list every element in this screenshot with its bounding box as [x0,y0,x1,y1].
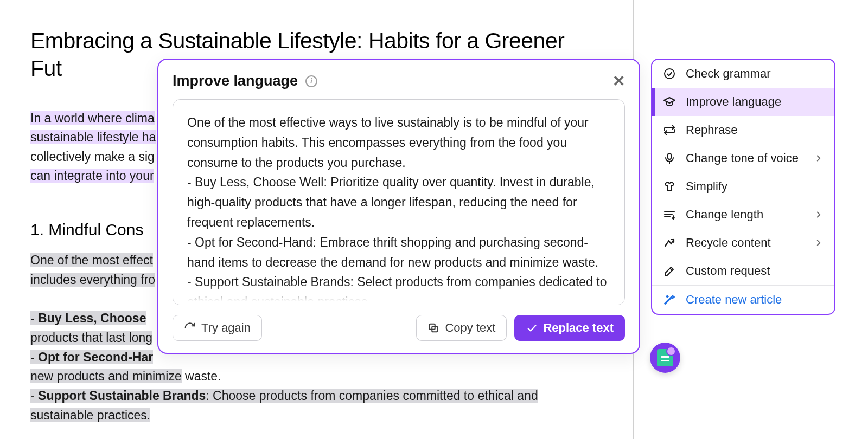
intro-line-2: sustainable lifestyle ha [30,130,156,144]
suggestion-text: One of the most effective ways to live s… [187,113,610,305]
intro-line-4: can integrate into your [30,169,154,183]
lines-icon [663,208,676,221]
graduation-cap-icon [663,95,676,108]
menu-label: Change tone of voice [686,151,799,165]
bullet-2-tail-b: waste. [182,369,221,383]
close-icon[interactable]: ✕ [612,74,625,89]
bullet-3-bold: Support Sustainable Brands [38,389,206,403]
replace-text-label: Replace text [543,321,614,335]
ai-suggestion-popup: Improve language i ✕ One of the most eff… [157,59,640,354]
svg-point-2 [665,69,674,79]
menu-label: Create new article [686,293,782,307]
check-icon [526,322,538,334]
pencil-icon [663,264,676,277]
repeat-icon [663,124,676,137]
menu-label: Improve language [686,95,781,109]
magic-wand-icon [663,293,676,306]
refresh-icon [184,322,196,334]
popup-footer: Try again Copy text Replace text [173,315,625,341]
menu-custom-request[interactable]: Custom request [652,257,834,285]
chevron-right-icon [814,210,824,220]
menu-rephrase[interactable]: Rephrase [652,116,834,144]
tshirt-icon [663,180,676,193]
menu-simplify[interactable]: Simplify [652,172,834,201]
ai-assistant-fab[interactable] [650,343,680,373]
suggestion-textbox[interactable]: One of the most effective ways to live s… [173,99,625,305]
replace-text-button[interactable]: Replace text [514,315,625,341]
try-again-button[interactable]: Try again [173,315,262,341]
menu-recycle-content[interactable]: Recycle content [652,229,834,257]
copy-icon [427,322,439,334]
para-line-1: One of the most effect [30,253,153,267]
menu-check-grammar[interactable]: Check grammar [652,60,834,88]
bullet-3-rest-b: sustainable practices. [30,408,150,422]
menu-change-length[interactable]: Change length [652,201,834,229]
menu-label: Custom request [686,264,770,278]
menu-create-new-article[interactable]: Create new article [652,286,834,314]
intro-line-3: collectively make a sig [30,150,155,164]
info-icon[interactable]: i [305,75,317,87]
chevron-right-icon [814,153,824,163]
copy-text-label: Copy text [445,321,495,335]
menu-label: Change length [686,208,763,222]
ai-actions-menu: Check grammar Improve language Rephrase … [651,59,835,315]
intro-line-1: In a world where clima [30,111,155,125]
menu-label: Rephrase [686,123,737,137]
document-icon [657,349,673,366]
menu-change-tone[interactable]: Change tone of voice [652,144,834,172]
bullet-3-rest-a: : Choose products from companies committ… [206,389,538,403]
para-line-2: includes everything fro [30,273,155,287]
check-circle-icon [663,67,676,80]
bullet-1-tail: products that last long [30,331,152,345]
bullet-1-bold: Buy Less, Choose [38,311,146,325]
svg-rect-3 [668,153,671,159]
popup-title: Improve language [173,73,298,89]
menu-label: Simplify [686,179,727,193]
bullet-2-tail-a: new products and minimize [30,369,182,383]
microphone-icon [663,152,676,165]
notification-dot [666,346,676,356]
menu-label: Recycle content [686,236,771,250]
arrow-branch-icon [663,236,676,249]
menu-label: Check grammar [686,67,770,81]
try-again-label: Try again [201,321,251,335]
menu-improve-language[interactable]: Improve language [652,88,834,116]
bullet-2-bold: Opt for Second-Har [38,350,153,364]
copy-text-button[interactable]: Copy text [416,315,507,341]
popup-header: Improve language i ✕ [173,73,625,89]
chevron-right-icon [814,238,824,248]
